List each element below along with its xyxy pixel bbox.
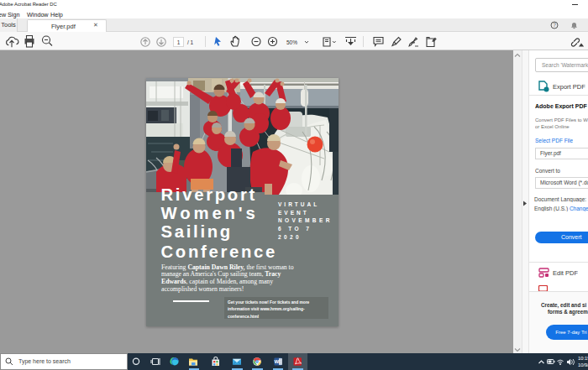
svg-text:W: W (274, 359, 279, 364)
svg-text:?: ? (553, 22, 556, 28)
svg-text:10/9/2: 10/9/2 (578, 362, 588, 367)
svg-text:10:19: 10:19 (578, 356, 588, 361)
